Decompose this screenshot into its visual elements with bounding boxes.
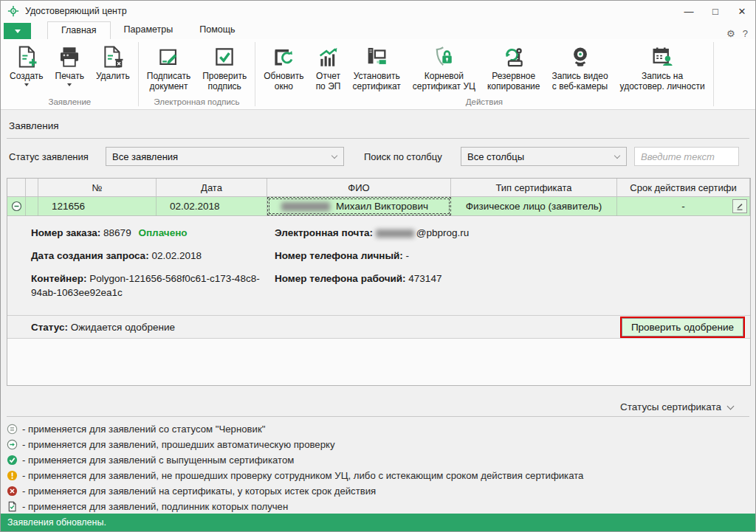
verify-signature-button[interactable]: Проверить подпись xyxy=(197,42,252,94)
ribbon-button-label: Отчет по ЭП xyxy=(316,71,341,91)
ribbon-tab-row: Главная Параметры Помощь ⚙ ? xyxy=(1,21,755,39)
applications-table: № Дата ФИО Тип сертификата Срок действия… xyxy=(7,178,751,386)
table-row[interactable]: 121656 02.02.2018 Михаил Викторович Физи… xyxy=(7,197,750,216)
column-header-number[interactable]: № xyxy=(38,179,157,196)
print-button[interactable]: Печать xyxy=(50,42,89,89)
ribbon-button-label: Запись видео с веб-камеры xyxy=(551,71,608,91)
create-document-icon xyxy=(14,44,39,69)
certificate-statuses-header[interactable]: Статусы сертификата xyxy=(620,401,733,412)
column-header-validity[interactable]: Срок действия сертифи xyxy=(617,179,750,196)
edit-cell-button[interactable] xyxy=(732,199,747,213)
phone-personal-label: Номер телефона личный: xyxy=(275,250,403,261)
root-certificate-button[interactable]: Корневой сертификат УЦ xyxy=(408,42,481,94)
redacted-email-prefix xyxy=(376,229,414,238)
ribbon-group-podpis: Подписать документ Проверить подпись Эле… xyxy=(141,39,252,109)
legend-text: - применяется для заявлений, прошедших а… xyxy=(22,439,335,450)
ribbon-button-label: Проверить подпись xyxy=(202,71,247,91)
ribbon-button-label: Удалить xyxy=(96,71,130,81)
container-field: Контейнер: Polygon-121656-568f0c61-c173-… xyxy=(31,272,276,299)
install-certificate-button[interactable]: Установить сертификат xyxy=(348,42,406,94)
legend-text: - применяется для заявлений на сертифика… xyxy=(22,486,376,497)
cell-fio[interactable]: Михаил Викторович xyxy=(267,197,451,215)
phone-personal-value: - xyxy=(406,250,410,261)
legend-item-warning: - применяется для заявлений, не прошедши… xyxy=(7,468,752,483)
ribbon-button-label: Корневой сертификат УЦ xyxy=(413,71,475,91)
cell-date[interactable]: 02.02.2018 xyxy=(157,197,267,215)
legend-text: - применяется для заявлений, не прошедши… xyxy=(22,470,583,481)
legend-item-issued: - применяется для заявлений с выпущенным… xyxy=(7,452,752,468)
ribbon-toolbar: Создать Печать xyxy=(1,39,755,110)
maximize-button[interactable]: □ xyxy=(702,1,729,21)
refresh-window-button[interactable]: Обновить окно xyxy=(258,42,309,94)
search-column-select[interactable]: Все столбцы xyxy=(461,147,627,166)
minimize-button[interactable]: — xyxy=(676,1,702,21)
ribbon-group-deystviya: Обновить окно Отчет по ЭП xyxy=(258,39,710,109)
help-icon[interactable]: ? xyxy=(743,28,748,39)
ribbon-button-label: Обновить окно xyxy=(264,71,303,91)
ribbon-group-divider xyxy=(255,42,255,106)
ribbon-group-divider xyxy=(713,42,714,106)
legend-text: - применяется для заявлений, подлинник к… xyxy=(22,501,288,512)
order-number-value: 88679 xyxy=(103,227,131,238)
status-bar-message: Заявления обновлены. xyxy=(7,517,106,528)
print-icon xyxy=(57,44,82,69)
email-value: @pbprog.ru xyxy=(416,227,470,238)
app-window: { "window": { "title": "Удостоверяющий ц… xyxy=(0,0,756,532)
tab-parametry[interactable]: Параметры xyxy=(111,21,187,39)
sign-document-icon xyxy=(156,44,181,69)
identity-record-button[interactable]: Запись на удостовер. личности xyxy=(615,42,710,94)
row-details-panel: Номер заказа: 88679 Оплачено Дата создан… xyxy=(7,217,750,315)
ribbon-group-divider xyxy=(138,42,139,106)
dropdown-arrow-icon xyxy=(67,83,72,86)
fio-text: Михаил Викторович xyxy=(336,201,428,212)
phone-work-value: 473147 xyxy=(408,273,441,284)
legend-item-expired: - применяется для заявлений на сертифика… xyxy=(7,483,752,499)
report-icon xyxy=(316,44,341,69)
request-date-field: Дата создания запроса: 02.02.2018 xyxy=(31,249,276,263)
file-menu-button[interactable] xyxy=(4,23,31,39)
column-header-date[interactable]: Дата xyxy=(157,179,267,196)
status-icon-column-header xyxy=(26,179,38,196)
close-button[interactable]: ✕ xyxy=(729,1,755,21)
phone-personal-field: Номер телефона личный: - xyxy=(275,249,688,263)
phone-work-label: Номер телефона рабочий: xyxy=(275,273,406,284)
webcam-record-icon xyxy=(568,44,593,69)
status-filter-select[interactable]: Все заявления xyxy=(106,147,344,166)
delete-button[interactable]: Удалить xyxy=(91,42,135,83)
edit-icon xyxy=(735,202,744,211)
cell-cert-type[interactable]: Физическое лицо (заявитель) xyxy=(451,197,617,215)
ribbon-button-label: Установить сертификат xyxy=(353,71,401,91)
filter-bar: Статус заявления Все заявления Поиск по … xyxy=(1,147,755,167)
settings-gear-icon[interactable]: ⚙ xyxy=(726,28,735,39)
status-filter-label: Статус заявления xyxy=(9,151,89,162)
search-input[interactable] xyxy=(634,147,739,166)
legend-item-original-received: - применяется для заявлений, подлинник к… xyxy=(7,499,752,514)
row-expander[interactable] xyxy=(7,197,26,215)
sign-document-button[interactable]: Подписать документ xyxy=(142,42,196,94)
app-logo-icon xyxy=(7,4,20,18)
dropdown-arrow-icon xyxy=(15,30,21,33)
ribbon-group-label: Действия xyxy=(258,97,710,109)
validity-text: - xyxy=(681,201,685,212)
ribbon-group-label: Заявление xyxy=(4,97,136,109)
check-approval-button[interactable]: Проверить одобрение xyxy=(622,318,743,336)
window-title: Удостоверяющий центр xyxy=(25,6,127,16)
table-empty-area xyxy=(7,339,750,385)
ribbon-button-label: Резервное копирование xyxy=(487,71,540,91)
create-button[interactable]: Создать xyxy=(4,42,49,89)
tab-glavnaya[interactable]: Главная xyxy=(47,21,111,39)
legend-text: - применяется для заявлений со статусом … xyxy=(22,424,265,435)
report-button[interactable]: Отчет по ЭП xyxy=(311,42,346,94)
column-header-fio[interactable]: ФИО xyxy=(267,179,451,196)
chevron-down-icon xyxy=(331,153,337,159)
column-header-cert-type[interactable]: Тип сертификата xyxy=(451,179,617,196)
webcam-record-button[interactable]: Запись видео с веб-камеры xyxy=(546,42,613,94)
legend-item-draft: - применяется для заявлений со статусом … xyxy=(7,421,752,437)
cell-validity[interactable]: - xyxy=(617,197,750,215)
chevron-down-icon xyxy=(614,153,620,159)
backup-button[interactable]: Резервное копирование xyxy=(482,42,546,94)
cell-number[interactable]: 121656 xyxy=(38,197,157,215)
tab-pomosch[interactable]: Помощь xyxy=(186,21,248,39)
paid-badge: Оплачено xyxy=(138,227,187,238)
ribbon-button-label: Подписать документ xyxy=(147,71,190,91)
